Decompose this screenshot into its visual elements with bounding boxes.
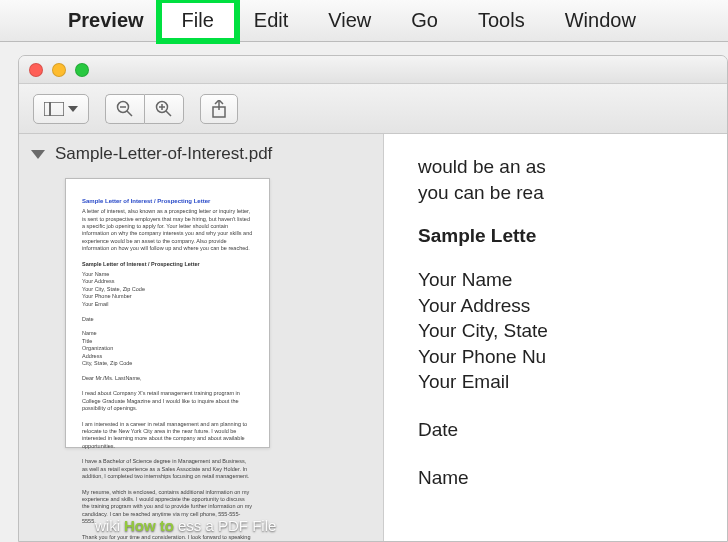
doc-date: Date [418,417,727,443]
minimize-button[interactable] [52,63,66,77]
watermark: wikiHow to ess a PDF File [95,517,276,534]
chevron-down-icon [68,106,78,112]
close-button[interactable] [29,63,43,77]
doc-line: you can be rea [418,180,727,206]
thumb-p5: Thank you for your time and consideratio… [82,534,253,542]
thumb-intro: A letter of interest, also known as a pr… [82,208,253,253]
menu-window[interactable]: Window [545,3,656,38]
share-button[interactable] [200,94,238,124]
thumb-addr: Your Name Your Address Your City, State,… [82,271,253,382]
menu-tools[interactable]: Tools [458,3,545,38]
thumb-p2: I am interested in a career in retail ma… [82,421,253,451]
document-view[interactable]: would be an as you can be rea Sample Let… [384,134,727,541]
page-thumbnail[interactable]: Sample Letter of Interest / Prospecting … [65,178,270,448]
svg-rect-1 [50,102,64,116]
doc-field: Your Email [418,369,727,395]
toolbar [19,84,727,134]
maximize-button[interactable] [75,63,89,77]
watermark-rest: ess a PDF File [178,517,276,534]
content-area: Sample-Letter-of-Interest.pdf Sample Let… [19,134,727,541]
zoom-in-button[interactable] [144,94,184,124]
svg-line-6 [166,111,171,116]
menu-file[interactable]: File [162,3,234,38]
sidebar-filename: Sample-Letter-of-Interest.pdf [55,144,272,164]
sidebar-view-button[interactable] [33,94,89,124]
zoom-out-button[interactable] [105,94,144,124]
doc-name: Name [418,465,727,491]
doc-section-title: Sample Lette [418,223,727,249]
disclosure-triangle-icon[interactable] [31,150,45,159]
doc-field: Your Address [418,293,727,319]
thumb-p3: I have a Bachelor of Science degree in M… [82,458,253,480]
thumbnail-sidebar: Sample-Letter-of-Interest.pdf Sample Let… [19,134,384,541]
titlebar [19,56,727,84]
app-name[interactable]: Preview [50,3,162,38]
doc-field: Your Name [418,267,727,293]
doc-field: Your City, State [418,318,727,344]
thumb-p1: I read about Company X's retail manageme… [82,390,253,412]
menu-edit[interactable]: Edit [234,3,308,38]
svg-line-3 [127,111,132,116]
doc-field: Your Phone Nu [418,344,727,370]
doc-line: would be an as [418,154,727,180]
sidebar-header[interactable]: Sample-Letter-of-Interest.pdf [31,144,371,164]
watermark-pre: wiki [95,517,120,534]
menu-go[interactable]: Go [391,3,458,38]
thumb-sub: Sample Letter of Interest / Prospecting … [82,261,253,268]
zoom-group [105,94,184,124]
menubar: Preview File Edit View Go Tools Window [0,0,728,42]
watermark-suf: How to [124,517,174,534]
thumb-heading: Sample Letter of Interest / Prospecting … [82,197,253,205]
svg-rect-0 [44,102,50,116]
menu-view[interactable]: View [308,3,391,38]
preview-window: Sample-Letter-of-Interest.pdf Sample Let… [18,55,728,542]
traffic-lights [29,63,89,77]
